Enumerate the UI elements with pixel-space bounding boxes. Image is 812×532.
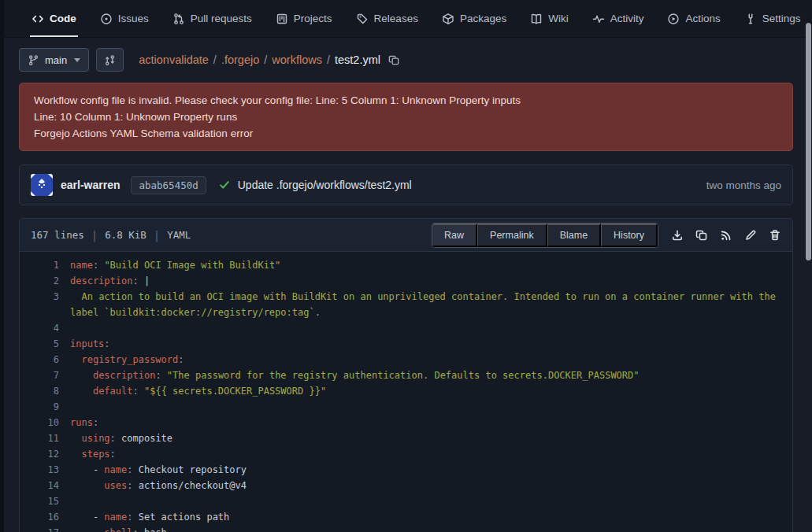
tab-settings[interactable]: Settings (736, 0, 809, 37)
code-line-row: 14 uses: actions/checkout@v4 (20, 478, 792, 493)
play-circle-icon (667, 13, 680, 25)
copy-icon[interactable] (695, 229, 708, 242)
commit-author[interactable]: earl-warren (61, 179, 120, 191)
tab-wiki[interactable]: Wiki (522, 0, 577, 37)
repo-nav-tabs: CodeIssuesPull requestsProjectsReleasesP… (0, 0, 812, 38)
code-line-row: 3 An action to build an OCI image with B… (20, 289, 792, 320)
code-line-row: 12 steps: (20, 446, 792, 462)
edit-icon[interactable] (744, 229, 757, 242)
code-line: name: "Build OCI Image with BuildKit" (70, 257, 792, 273)
code-line-row: 10runs: (20, 415, 792, 430)
breadcrumb-separator: / (264, 54, 267, 66)
branch-name: main (45, 54, 67, 66)
tab-actions[interactable]: Actions (659, 0, 728, 37)
line-number[interactable]: 8 (20, 383, 70, 399)
tab-activity[interactable]: Activity (584, 0, 652, 37)
code-line: description: | (70, 273, 792, 289)
avatar[interactable] (31, 174, 53, 196)
tools-icon (744, 13, 757, 25)
code-icon (32, 13, 44, 25)
download-icon[interactable] (671, 229, 684, 242)
line-number[interactable]: 17 (20, 525, 70, 532)
blame-button[interactable]: Blame (547, 224, 601, 247)
line-number[interactable]: 3 (20, 289, 70, 320)
line-number[interactable]: 4 (20, 320, 70, 336)
commit-status-check-icon[interactable] (219, 179, 230, 190)
tab-label: Actions (685, 13, 720, 24)
code-line-row: 4 (20, 320, 792, 336)
permalink-button[interactable]: Permalink (477, 224, 547, 247)
line-number[interactable]: 12 (20, 446, 70, 462)
code-line-row: 2description: | (20, 273, 792, 289)
code-line: using: composite (70, 430, 792, 446)
line-number[interactable]: 10 (20, 415, 70, 430)
breadcrumb-link[interactable]: .forgejo (221, 54, 259, 66)
git-branch-icon (28, 54, 39, 66)
line-number[interactable]: 5 (20, 336, 70, 352)
code-line (70, 493, 792, 509)
code-line-row: 15 (20, 493, 792, 509)
code-line: default: "${{ secrets.DOCKER_PASSWORD }}… (70, 383, 792, 399)
tab-issues[interactable]: Issues (92, 0, 157, 37)
code-line-row: 16 - name: Set actions path (20, 509, 792, 525)
line-number[interactable]: 14 (20, 478, 70, 493)
commit-hash-badge[interactable]: abab65450d (131, 176, 206, 194)
line-number[interactable]: 16 (20, 509, 70, 525)
error-line: Workflow config file is invalid. Please … (34, 92, 778, 109)
branch-selector-button[interactable]: main (19, 48, 89, 72)
code-line: - name: Set actions path (70, 509, 792, 525)
code-line-row: 11 using: composite (20, 430, 792, 446)
tab-pull-requests[interactable]: Pull requests (165, 0, 260, 37)
branch-breadcrumb-row: main actionvalidate/.forgejo/workflows/t… (19, 48, 793, 72)
tab-label: Pull requests (191, 13, 252, 24)
tab-code[interactable]: Code (24, 0, 84, 37)
issue-icon (100, 13, 113, 25)
tab-label: Projects (294, 13, 332, 24)
breadcrumb-link[interactable]: workflows (272, 54, 322, 66)
line-number[interactable]: 11 (20, 430, 70, 446)
line-number[interactable]: 13 (20, 462, 70, 478)
code-line: registry_password: (70, 352, 792, 368)
file-view-panel: 167 lines | 6.8 KiB | YAML RawPermalinkB… (19, 218, 793, 532)
tab-projects[interactable]: Projects (268, 0, 340, 37)
compare-button[interactable] (96, 48, 124, 72)
breadcrumb-separator: / (327, 54, 330, 66)
line-number[interactable]: 1 (20, 257, 70, 273)
delete-icon[interactable] (769, 229, 781, 242)
error-line: Forgejo Actions YAML Schema validation e… (34, 125, 778, 142)
tab-label: Releases (374, 13, 418, 24)
code-line: description: "The password for the regis… (70, 368, 792, 383)
rss-icon[interactable] (720, 229, 732, 242)
vertical-scrollbar[interactable] (806, 23, 811, 260)
file-size: 6.8 KiB (105, 229, 146, 241)
meta-divider: | (84, 229, 105, 242)
tab-label: Packages (460, 13, 506, 24)
file-header: 167 lines | 6.8 KiB | YAML RawPermalinkB… (20, 219, 792, 252)
commit-message[interactable]: Update .forgejo/workflows/test2.yml (238, 179, 412, 191)
window-left-edge (0, 0, 4, 532)
line-number[interactable]: 6 (20, 352, 70, 368)
line-number[interactable]: 2 (20, 273, 70, 289)
workflow-error-banner: Workflow config file is invalid. Please … (19, 83, 793, 151)
breadcrumb-link[interactable]: actionvalidate (139, 54, 209, 66)
tab-releases[interactable]: Releases (348, 0, 426, 37)
book-icon (530, 13, 543, 25)
code-line: shell: bash (70, 525, 792, 532)
line-number[interactable]: 15 (20, 493, 70, 509)
error-line: Line: 10 Column 1: Unknown Property runs (34, 109, 778, 125)
breadcrumb-separator: / (213, 54, 217, 66)
tag-icon (356, 13, 369, 25)
copy-path-icon[interactable] (385, 54, 400, 66)
tab-label: Wiki (548, 13, 569, 24)
line-number[interactable]: 7 (20, 368, 70, 383)
tab-packages[interactable]: Packages (434, 0, 514, 37)
code-line-row: 6 registry_password: (20, 352, 792, 368)
tab-label: Issues (118, 13, 149, 24)
line-number[interactable]: 9 (20, 399, 70, 415)
history-button[interactable]: History (601, 224, 658, 247)
tab-label: Activity (610, 13, 644, 24)
code-viewer: 1name: "Build OCI Image with BuildKit"2d… (20, 252, 792, 532)
raw-button[interactable]: Raw (432, 224, 477, 247)
commit-time: two months ago (706, 179, 781, 191)
code-line-row: 1name: "Build OCI Image with BuildKit" (20, 257, 792, 273)
